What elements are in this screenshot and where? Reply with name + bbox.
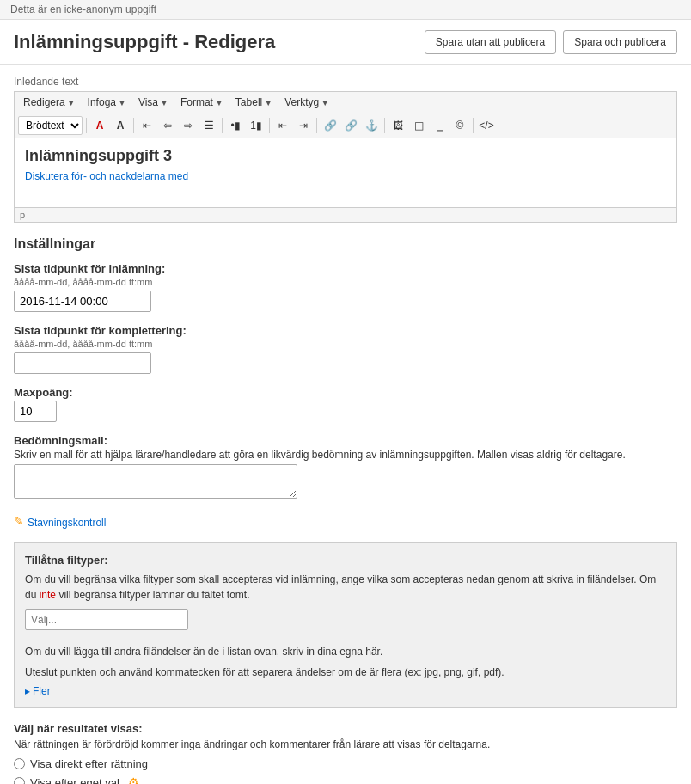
chevron-down-icon: ▼	[160, 98, 168, 107]
spell-check-container: ✎ Stavningskontroll	[14, 513, 677, 529]
toolbar-separator	[316, 118, 317, 133]
indent-button[interactable]: ⇥	[294, 116, 313, 135]
results-section: Välj när resultatet visas: När rättninge…	[14, 722, 677, 784]
grading-template-label: Bedömningsmall:	[14, 434, 677, 447]
settings-title: Inställningar	[14, 236, 677, 252]
save-and-publish-button[interactable]: Spara och publicera	[563, 30, 677, 54]
completion-deadline-hint: åååå-mm-dd, åååå-mm-dd tt:mm	[14, 339, 677, 349]
completion-deadline-label: Sista tidpunkt för komplettering:	[14, 324, 677, 337]
menu-infoga[interactable]: Infoga ▼	[83, 94, 131, 111]
editor-menubar: Redigera ▼ Infoga ▼ Visa ▼ Format ▼ Tabe…	[15, 92, 676, 113]
completion-deadline-input[interactable]	[14, 352, 151, 374]
max-points-field-group: Maxpoäng:	[14, 386, 677, 422]
deadline-label: Sista tidpunkt för inlämning:	[14, 262, 677, 275]
result-option-2[interactable]: Visa efter eget val ⚙	[14, 775, 677, 784]
page-header: Inlämningsuppgift - Redigera Spara utan …	[0, 20, 691, 65]
page-title: Inlämningsuppgift - Redigera	[14, 31, 275, 53]
result-option-1[interactable]: Visa direkt efter rättning	[14, 757, 677, 770]
result-option-1-label: Visa direkt efter rättning	[30, 757, 148, 770]
main-content: Inledande text Redigera ▼ Infoga ▼ Visa …	[0, 65, 691, 784]
settings-icon: ⚙	[128, 775, 139, 784]
results-radio-group: Visa direkt efter rättning Visa efter eg…	[14, 757, 677, 784]
font-bg-button[interactable]: A	[111, 116, 130, 135]
result-radio-1[interactable]	[14, 758, 25, 769]
deadline-field-group: Sista tidpunkt för inlämning: åååå-mm-dd…	[14, 262, 677, 312]
chevron-down-icon: ▼	[264, 98, 272, 107]
align-left-button[interactable]: ⇤	[138, 116, 156, 135]
result-option-2-label: Visa efter eget val	[30, 776, 119, 785]
fler-link[interactable]: ▸ Fler	[25, 685, 666, 697]
save-without-publish-button[interactable]: Spara utan att publicera	[425, 30, 556, 54]
source-button[interactable]: </>	[477, 116, 496, 135]
grading-template-desc: Skriv en mall för att hjälpa lärare/hand…	[14, 449, 667, 461]
settings-section: Inställningar Sista tidpunkt för inlämni…	[14, 236, 677, 529]
max-points-label: Maxpoäng:	[14, 386, 677, 399]
deadline-hint: åååå-mm-dd, åååå-mm-dd tt:mm	[14, 277, 677, 287]
completion-deadline-field-group: Sista tidpunkt för komplettering: åååå-m…	[14, 324, 677, 374]
spell-check-icon: ✎	[14, 514, 24, 528]
top-notice-bar: Detta är en icke-anonym uppgift	[0, 0, 691, 20]
chevron-down-icon: ▼	[215, 98, 223, 107]
font-color-button[interactable]: A	[90, 116, 109, 135]
file-types-title: Tillåtna filtyper:	[25, 554, 666, 567]
chevron-down-icon: ▼	[67, 98, 76, 107]
file-types-desc3: Uteslut punkten och använd kommatecken f…	[25, 665, 666, 680]
format-select[interactable]: Brödtext Rubrik 1 Rubrik 2	[18, 116, 83, 135]
toolbar-separator	[473, 118, 474, 133]
link-button[interactable]: 🔗	[321, 116, 339, 135]
toolbar-separator	[133, 118, 134, 133]
align-justify-button[interactable]: ☰	[199, 116, 218, 135]
header-buttons: Spara utan att publicera Spara och publi…	[425, 30, 677, 54]
image-button[interactable]: 🖼	[388, 116, 407, 135]
toolbar-separator	[86, 118, 87, 133]
toolbar-separator	[384, 118, 385, 133]
align-center-button[interactable]: ⇦	[158, 116, 177, 135]
max-points-input[interactable]	[14, 401, 57, 422]
editor-body[interactable]: Inlämningsuppgift 3 Diskutera för- och n…	[15, 138, 676, 207]
bullet-list-button[interactable]: •▮	[226, 116, 245, 135]
deadline-input[interactable]	[14, 291, 151, 312]
table-button[interactable]: ◫	[409, 116, 428, 135]
file-types-desc1-red: inte	[40, 589, 56, 601]
fler-label: Fler	[33, 685, 51, 697]
editor-content-title: Inlämningsuppgift 3	[25, 147, 666, 165]
file-types-desc1: Om du vill begränsa vilka filtyper som s…	[25, 572, 666, 603]
menu-verktyg[interactable]: Verktyg ▼	[279, 94, 334, 111]
editor-toolbar: Brödtext Rubrik 1 Rubrik 2 A A ⇤ ⇦ ⇨ ☰ •…	[15, 113, 676, 138]
menu-redigera[interactable]: Redigera ▼	[18, 94, 81, 111]
numbered-list-button[interactable]: 1▮	[247, 116, 266, 135]
chevron-down-icon: ▼	[118, 98, 126, 107]
unlink-button[interactable]: 🔗	[341, 116, 360, 135]
menu-tabell[interactable]: Tabell ▼	[230, 94, 278, 111]
grading-template-input[interactable]	[14, 464, 297, 499]
hr-button[interactable]: ⎯	[430, 116, 449, 135]
chevron-down-icon: ▼	[321, 98, 329, 107]
spell-check-link[interactable]: Stavningskontroll	[28, 517, 106, 529]
result-radio-2[interactable]	[14, 777, 25, 785]
editor-content-subtitle[interactable]: Diskutera för- och nackdelarna med	[25, 170, 666, 182]
file-types-select-input[interactable]	[25, 609, 188, 630]
special-char-button[interactable]: ©	[450, 116, 469, 135]
toolbar-separator	[222, 118, 223, 133]
top-notice-text: Detta är en icke-anonym uppgift	[10, 3, 156, 15]
align-right-button[interactable]: ⇨	[179, 116, 198, 135]
editor-section-label: Inledande text	[14, 76, 677, 88]
results-title: Välj när resultatet visas:	[14, 722, 677, 735]
file-types-desc2: Om du vill lägga till andra filändelser …	[25, 644, 666, 659]
file-types-section: Tillåtna filtyper: Om du vill begränsa v…	[14, 542, 677, 708]
anchor-button[interactable]: ⚓	[362, 116, 381, 135]
editor-status-bar: p	[15, 207, 676, 222]
toolbar-separator	[269, 118, 270, 133]
editor-container: Redigera ▼ Infoga ▼ Visa ▼ Format ▼ Tabe…	[14, 91, 677, 223]
menu-format[interactable]: Format ▼	[175, 94, 229, 111]
outdent-button[interactable]: ⇤	[273, 116, 292, 135]
chevron-right-icon: ▸	[25, 685, 30, 697]
grading-template-field-group: Bedömningsmall: Skriv en mall för att hj…	[14, 434, 677, 501]
menu-visa[interactable]: Visa ▼	[133, 94, 174, 111]
results-desc: När rättningen är förördröjd kommer inga…	[14, 738, 677, 750]
editor-status-text: p	[20, 210, 25, 220]
